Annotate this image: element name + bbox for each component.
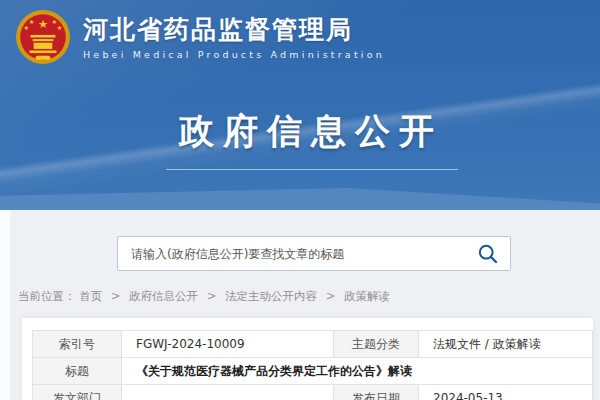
page-margin-strip bbox=[0, 210, 10, 400]
field-label-issuing-department: 发文部门 bbox=[33, 385, 122, 400]
svg-text:★: ★ bbox=[29, 18, 35, 25]
breadcrumb-home-link[interactable]: 首页 bbox=[79, 289, 102, 303]
hero-banner: ★ ★ ★ ★ ★ 河北省药品监督管理局 Hebei Medical Produ… bbox=[0, 0, 600, 210]
breadcrumb-separator: > bbox=[326, 289, 336, 303]
page: ★ ★ ★ ★ ★ 河北省药品监督管理局 Hebei Medical Produ… bbox=[0, 0, 600, 400]
site-subtitle: Hebei Medical Products Administration bbox=[83, 49, 385, 60]
breadcrumb-prefix: 当前位置： bbox=[18, 289, 76, 303]
field-label-publish-date: 发布日期 bbox=[334, 385, 419, 400]
site-logo[interactable]: ★ ★ ★ ★ ★ 河北省药品监督管理局 Hebei Medical Produ… bbox=[15, 9, 385, 65]
search-input[interactable] bbox=[118, 237, 510, 270]
svg-text:★: ★ bbox=[24, 24, 30, 31]
brand-text: 河北省药品监督管理局 Hebei Medical Products Admini… bbox=[83, 14, 385, 59]
china-national-emblem-icon: ★ ★ ★ ★ ★ bbox=[15, 9, 71, 65]
field-label-title: 标题 bbox=[33, 358, 122, 385]
search-box bbox=[117, 236, 511, 271]
breadcrumb-disclosure-link[interactable]: 法定主动公开内容 bbox=[225, 289, 317, 303]
svg-text:★: ★ bbox=[38, 17, 48, 31]
title-underline bbox=[166, 169, 458, 170]
page-title: 政府信息公开 bbox=[0, 108, 600, 155]
breadcrumb: 当前位置： 首页 > 政府信息公开 > 法定主动公开内容 > 政策解读 bbox=[18, 289, 390, 304]
field-label-index-number: 索引号 bbox=[33, 331, 122, 358]
table-row: 标题 《关于规范医疗器械产品分类界定工作的公告》解读 bbox=[33, 358, 593, 385]
site-title: 河北省药品监督管理局 bbox=[83, 14, 385, 45]
field-value-topic-category: 法规文件 / 政策解读 bbox=[419, 331, 593, 358]
breadcrumb-policy-link[interactable]: 政策解读 bbox=[344, 289, 390, 303]
document-info-table: 索引号 FGWJ-2024-10009 主题分类 法规文件 / 政策解读 标题 … bbox=[32, 330, 593, 400]
breadcrumb-separator: > bbox=[207, 289, 217, 303]
table-row: 索引号 FGWJ-2024-10009 主题分类 法规文件 / 政策解读 bbox=[33, 331, 593, 358]
search-icon bbox=[477, 243, 499, 265]
svg-text:★: ★ bbox=[57, 24, 63, 31]
search-button[interactable] bbox=[476, 243, 500, 267]
table-row: 发文部门 发布日期 2024-05-13 bbox=[33, 385, 593, 400]
field-value-publish-date: 2024-05-13 bbox=[419, 385, 593, 400]
field-value-title: 《关于规范医疗器械产品分类界定工作的公告》解读 bbox=[122, 358, 593, 385]
document-card: 索引号 FGWJ-2024-10009 主题分类 法规文件 / 政策解读 标题 … bbox=[22, 318, 593, 400]
breadcrumb-separator: > bbox=[111, 289, 121, 303]
field-value-index-number: FGWJ-2024-10009 bbox=[122, 331, 334, 358]
field-value-issuing-department bbox=[122, 385, 334, 400]
breadcrumb-gov-info-link[interactable]: 政府信息公开 bbox=[129, 289, 198, 303]
field-label-topic-category: 主题分类 bbox=[334, 331, 419, 358]
